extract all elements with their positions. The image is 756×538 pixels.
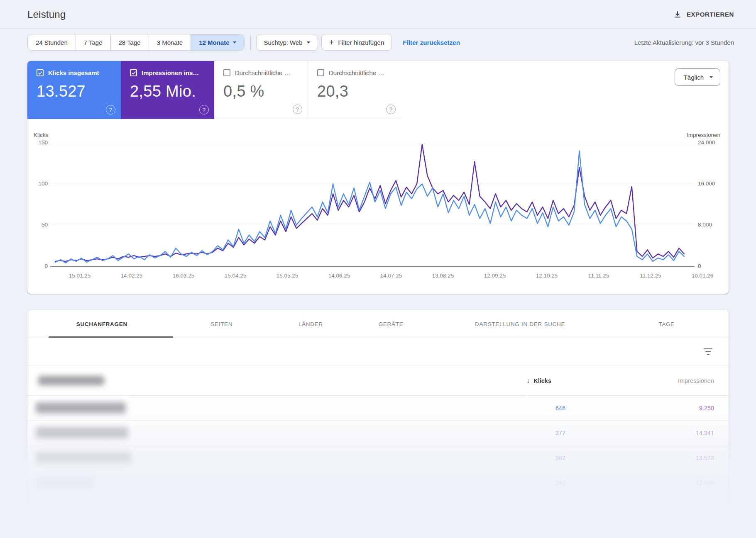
left-axis-tick: 100 — [27, 180, 48, 187]
x-axis-label: 14.06.25 — [321, 273, 358, 279]
help-icon[interactable]: ? — [199, 105, 209, 114]
tab-laender[interactable]: LÄNDER — [271, 321, 350, 327]
export-button[interactable]: EXPORTIEREN — [673, 10, 734, 19]
metric-card-average-position[interactable]: Durchschnittliche … 20,3 ? — [308, 61, 401, 119]
table-row[interactable]: 646 9.250 — [27, 396, 729, 421]
reset-filters-link[interactable]: Filter zurücksetzen — [403, 39, 460, 46]
plus-icon: + — [329, 38, 334, 46]
range-3-monate[interactable]: 3 Monate — [149, 34, 191, 50]
tab-darstellung-in-der-suche[interactable]: DARSTELLUNG IN DER SUCHE — [431, 321, 609, 327]
left-axis-title: Klicks — [34, 132, 48, 138]
metric-card-total-impressions[interactable]: Impressionen ins… 2,55 Mio. ? — [121, 61, 214, 119]
metric-label: Durchschnittliche … — [329, 69, 384, 76]
tab-tage[interactable]: TAGE — [609, 321, 724, 327]
metric-value: 2,55 Mio. — [130, 83, 214, 100]
metric-value: 13.527 — [37, 83, 121, 100]
table-filter-row — [27, 338, 729, 366]
klicks-value: 210 — [532, 480, 565, 486]
gridline — [50, 266, 695, 267]
metric-label: Impressionen ins… — [142, 69, 199, 76]
x-axis-label: 11.11.25 — [580, 273, 617, 279]
left-axis-tick: 150 — [27, 139, 48, 146]
klicks-value: 362 — [532, 455, 565, 461]
chart-series-svg — [50, 143, 695, 266]
checkbox-checked-icon[interactable] — [130, 69, 137, 76]
toolbar-divider — [250, 34, 251, 50]
right-axis-tick: 24.000 — [698, 139, 715, 146]
chevron-down-icon — [307, 41, 310, 44]
x-axis-label: 10.01.26 — [684, 273, 721, 279]
column-header-impressionen[interactable]: Impressionen — [648, 377, 714, 384]
right-axis-title: Impressionen — [687, 132, 720, 138]
blurred-query-text — [36, 427, 128, 438]
x-axis-label: 11.12.25 — [632, 273, 669, 279]
table-row[interactable]: 210 17.434 — [27, 470, 729, 495]
help-icon[interactable]: ? — [293, 105, 302, 114]
granularity-dropdown[interactable]: Täglich — [675, 68, 720, 86]
page-header: Leistung EXPORTIEREN — [0, 0, 756, 29]
metric-card-average-ctr[interactable]: Durchschnittliche … 0,5 % ? — [214, 61, 308, 119]
checkbox-unchecked-icon[interactable] — [317, 69, 324, 76]
filter-list-icon[interactable] — [702, 347, 714, 357]
chevron-down-icon — [233, 41, 236, 44]
range-7-tage[interactable]: 7 Tage — [76, 34, 110, 50]
left-axis-tick: 0 — [27, 263, 48, 270]
performance-chart-card: Klicks insgesamt 13.527 ? Impressionen i… — [27, 61, 729, 294]
range-24-stunden[interactable]: 24 Stunden — [28, 34, 76, 50]
impressions-line — [55, 144, 684, 261]
x-axis-label: 12.10.25 — [528, 273, 565, 279]
range-28-tage[interactable]: 28 Tage — [110, 34, 149, 50]
checkbox-unchecked-icon[interactable] — [223, 69, 230, 76]
dimensions-table-card: SUCHANFRAGEN SEITEN LÄNDER GERÄTE DARSTE… — [27, 310, 729, 505]
search-type-chip[interactable]: Suchtyp: Web — [256, 34, 318, 51]
line-chart[interactable]: Klicks Impressionen 150100500 24.00016.0… — [27, 128, 729, 294]
metric-label: Durchschnittliche … — [235, 69, 290, 76]
klicks-value: 646 — [532, 405, 565, 411]
filter-toolbar: 24 Stunden 7 Tage 28 Tage 3 Monate 12 Mo… — [0, 29, 756, 56]
download-icon — [673, 10, 682, 19]
blurred-query-text — [36, 477, 94, 488]
export-label: EXPORTIEREN — [687, 11, 734, 18]
date-range-group: 24 Stunden 7 Tage 28 Tage 3 Monate 12 Mo… — [27, 34, 245, 51]
active-tab-underline — [49, 336, 173, 338]
impressionen-value: 13.573 — [648, 455, 714, 461]
chevron-down-icon — [710, 76, 713, 78]
right-axis-tick: 16.000 — [698, 180, 715, 187]
metric-cards-row: Klicks insgesamt 13.527 ? Impressionen i… — [27, 61, 729, 119]
performance-page: Leistung EXPORTIEREN 24 Stunden 7 Tage 2… — [0, 0, 756, 538]
page-title: Leistung — [27, 9, 66, 20]
tab-seiten[interactable]: SEITEN — [172, 321, 271, 327]
x-axis-label: 13.08.25 — [424, 273, 462, 279]
x-axis-label: 15.05.25 — [269, 273, 306, 279]
last-update-text: Letzte Aktualisierung: vor 3 Stunden — [634, 39, 734, 46]
x-axis-label: 15.01.25 — [61, 273, 98, 279]
blurred-query-text — [36, 452, 131, 463]
impressionen-value: 14.341 — [648, 430, 714, 436]
range-12-monate[interactable]: 12 Monate — [191, 34, 244, 50]
x-axis-label: 12.09.25 — [476, 273, 514, 279]
add-filter-label: Filter hinzufügen — [338, 39, 384, 46]
help-icon[interactable]: ? — [386, 105, 396, 114]
metric-value: 20,3 — [317, 83, 401, 100]
blurred-column-header — [38, 376, 104, 385]
metric-card-total-clicks[interactable]: Klicks insgesamt 13.527 ? — [27, 61, 121, 119]
tab-suchanfragen[interactable]: SUCHANFRAGEN — [32, 321, 172, 327]
help-icon[interactable]: ? — [106, 105, 115, 114]
right-axis-tick: 0 — [698, 263, 701, 270]
clicks-line — [55, 151, 684, 263]
add-filter-chip[interactable]: + Filter hinzufügen — [321, 34, 392, 51]
impressionen-value: 17.434 — [648, 480, 714, 486]
table-row[interactable]: 377 14.341 — [27, 421, 729, 445]
klicks-value: 377 — [532, 430, 565, 436]
granularity-label: Täglich — [684, 74, 704, 81]
right-axis-tick: 8.000 — [698, 222, 712, 228]
x-axis-label: 14.02.25 — [113, 273, 150, 279]
metric-label: Klicks insgesamt — [48, 69, 99, 76]
range-12-monate-label: 12 Monate — [199, 39, 229, 46]
table-row[interactable]: 362 13.573 — [27, 445, 729, 470]
x-axis-label: 14.07.25 — [372, 273, 410, 279]
tab-geraete[interactable]: GERÄTE — [350, 321, 432, 327]
checkbox-checked-icon[interactable] — [37, 69, 44, 76]
x-axis-label: 15.04.25 — [217, 273, 254, 279]
search-type-label: Suchtyp: Web — [264, 39, 303, 46]
